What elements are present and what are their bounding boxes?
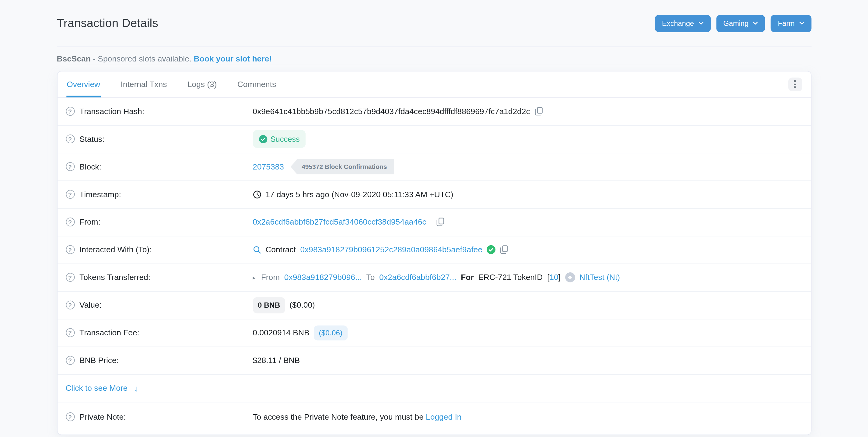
row-interacted-with: ? Interacted With (To): Contract 0x983a9… bbox=[57, 236, 811, 264]
bnb-price-label: BNB Price: bbox=[80, 356, 119, 365]
row-transaction-fee: ? Transaction Fee: 0.0020914 BNB ($0.06) bbox=[57, 319, 811, 347]
topbar: Transaction Details Exchange Gaming Farm bbox=[57, 0, 811, 47]
row-from: ? From: 0x2a6cdf6abbf6b27fcd5af34060ccf3… bbox=[57, 209, 811, 236]
from-label: From: bbox=[80, 218, 100, 226]
logged-in-link[interactable]: Logged In bbox=[426, 412, 461, 421]
clock-icon bbox=[253, 190, 261, 198]
token-id-group: [10] bbox=[547, 273, 561, 282]
sponsor-text: - Sponsored slots available. bbox=[91, 54, 194, 63]
row-private-note: ? Private Note: To access the Private No… bbox=[57, 402, 811, 434]
row-value: ? Value: 0 BNB ($0.00) bbox=[57, 291, 811, 319]
see-more-link[interactable]: Click to see More bbox=[66, 384, 128, 393]
contract-type-text: Contract bbox=[266, 245, 296, 254]
token-for-label: For bbox=[461, 273, 473, 282]
transaction-hash-label: Transaction Hash: bbox=[80, 107, 144, 116]
row-see-more: Click to see More ↓ bbox=[57, 375, 811, 402]
help-icon[interactable]: ? bbox=[66, 107, 74, 116]
status-label: Status: bbox=[80, 135, 104, 144]
book-slot-link[interactable]: Book your slot here! bbox=[194, 54, 272, 63]
row-tokens-transferred: ? Tokens Transferred: ▸ From 0x983a91827… bbox=[57, 264, 811, 291]
page: Transaction Details Exchange Gaming Farm… bbox=[0, 0, 868, 437]
transaction-card: Overview Internal Txns Logs (3) Comments… bbox=[57, 71, 811, 435]
row-bnb-price: ? BNB Price: $28.11 / BNB bbox=[57, 347, 811, 375]
copy-icon bbox=[436, 218, 445, 226]
search-icon bbox=[253, 246, 261, 254]
bnb-token-icon: ❖ bbox=[565, 272, 575, 282]
row-timestamp: ? Timestamp: 17 days 5 hrs ago (Nov-09-2… bbox=[57, 181, 811, 209]
help-icon[interactable]: ? bbox=[66, 301, 74, 310]
chevron-down-icon bbox=[753, 22, 758, 25]
interacted-with-label: Interacted With (To): bbox=[80, 245, 152, 254]
copy-icon bbox=[534, 107, 542, 116]
transaction-hash-value: 0x9e641c41bb5b9b75cd812c57b9d4037fda4cec… bbox=[253, 107, 530, 116]
help-icon[interactable]: ? bbox=[66, 135, 74, 144]
header-buttons: Exchange Gaming Farm bbox=[655, 15, 811, 32]
chevron-down-icon bbox=[699, 22, 703, 25]
private-note-label: Private Note: bbox=[80, 412, 126, 421]
token-from-label: From bbox=[261, 273, 280, 282]
block-confirmations-badge: 495372 Block Confirmations bbox=[291, 159, 394, 175]
help-icon[interactable]: ? bbox=[66, 329, 74, 337]
transaction-fee-label: Transaction Fee: bbox=[80, 329, 140, 337]
tokens-transferred-label: Tokens Transferred: bbox=[80, 273, 150, 282]
copy-icon bbox=[500, 245, 508, 254]
bnb-price-value: $28.11 / BNB bbox=[253, 356, 300, 365]
help-icon[interactable]: ? bbox=[66, 412, 74, 421]
help-icon[interactable]: ? bbox=[66, 273, 74, 282]
sponsored-banner: BscScan - Sponsored slots available. Boo… bbox=[57, 47, 811, 71]
gaming-dropdown-label: Gaming bbox=[723, 20, 749, 27]
exchange-dropdown-button[interactable]: Exchange bbox=[655, 15, 710, 32]
card-header: Overview Internal Txns Logs (3) Comments bbox=[57, 71, 811, 98]
copy-from-address-button[interactable] bbox=[436, 218, 445, 226]
token-type-text: ERC-721 TokenID bbox=[478, 273, 542, 282]
token-to-address-link[interactable]: 0x2a6cdf6abbf6b27... bbox=[379, 273, 457, 282]
exchange-dropdown-label: Exchange bbox=[662, 20, 694, 27]
value-amount-badge: 0 BNB bbox=[253, 297, 285, 313]
transaction-fee-usd-badge: ($0.06) bbox=[314, 325, 347, 340]
tab-comments[interactable]: Comments bbox=[237, 71, 277, 97]
page-title: Transaction Details bbox=[57, 16, 158, 31]
private-note-text: To access the Private Note feature, you … bbox=[253, 412, 423, 421]
status-badge: Success bbox=[253, 130, 306, 148]
copy-contract-address-button[interactable] bbox=[500, 245, 508, 254]
block-number-link[interactable]: 2075383 bbox=[253, 162, 284, 171]
help-icon[interactable]: ? bbox=[66, 162, 74, 171]
verified-check-icon bbox=[487, 245, 495, 254]
tab-internal-txns[interactable]: Internal Txns bbox=[120, 71, 168, 97]
timestamp-label: Timestamp: bbox=[80, 190, 121, 199]
help-icon[interactable]: ? bbox=[66, 190, 74, 199]
sponsor-brand: BscScan bbox=[57, 54, 90, 63]
value-label: Value: bbox=[80, 301, 102, 310]
chevron-down-icon bbox=[799, 22, 804, 25]
row-status: ? Status: Success bbox=[57, 125, 811, 153]
row-transaction-hash: ? Transaction Hash: 0x9e641c41bb5b9b75cd… bbox=[57, 98, 811, 126]
help-icon[interactable]: ? bbox=[66, 218, 74, 226]
tab-logs[interactable]: Logs (3) bbox=[187, 71, 217, 97]
row-block: ? Block: 2075383 495372 Block Confirmati… bbox=[57, 153, 811, 181]
help-icon[interactable]: ? bbox=[66, 356, 74, 365]
arrow-down-icon: ↓ bbox=[134, 383, 138, 393]
contract-address-link[interactable]: 0x983a918279b0961252c289a0a09864b5aef9af… bbox=[300, 245, 482, 254]
farm-dropdown-button[interactable]: Farm bbox=[771, 15, 811, 32]
token-id-link[interactable]: 10 bbox=[549, 273, 558, 282]
status-value: Success bbox=[271, 135, 300, 144]
kebab-menu-button[interactable] bbox=[788, 77, 802, 91]
transaction-fee-amount: 0.0020914 BNB bbox=[253, 329, 309, 337]
token-name-link[interactable]: NftTest (Nt) bbox=[580, 273, 620, 282]
gaming-dropdown-button[interactable]: Gaming bbox=[716, 15, 765, 32]
block-label: Block: bbox=[80, 162, 101, 171]
check-circle-icon bbox=[259, 135, 267, 143]
caret-right-icon: ▸ bbox=[253, 275, 255, 281]
token-transfer-item: ▸ From 0x983a918279b096... To 0x2a6cdf6a… bbox=[253, 272, 802, 282]
token-to-label: To bbox=[366, 273, 375, 282]
copy-hash-button[interactable] bbox=[534, 107, 542, 116]
from-address-link[interactable]: 0x2a6cdf6abbf6b27fcd5af34060ccf38d954aa4… bbox=[253, 218, 426, 226]
tabs: Overview Internal Txns Logs (3) Comments bbox=[66, 71, 277, 97]
kebab-menu-icon bbox=[794, 80, 796, 82]
token-from-address-link[interactable]: 0x983a918279b096... bbox=[284, 273, 362, 282]
timestamp-value: 17 days 5 hrs ago (Nov-09-2020 05:11:33 … bbox=[266, 190, 453, 199]
help-icon[interactable]: ? bbox=[66, 245, 74, 254]
tab-overview[interactable]: Overview bbox=[66, 71, 101, 97]
farm-dropdown-label: Farm bbox=[778, 20, 795, 27]
value-usd-text: ($0.00) bbox=[289, 301, 315, 310]
